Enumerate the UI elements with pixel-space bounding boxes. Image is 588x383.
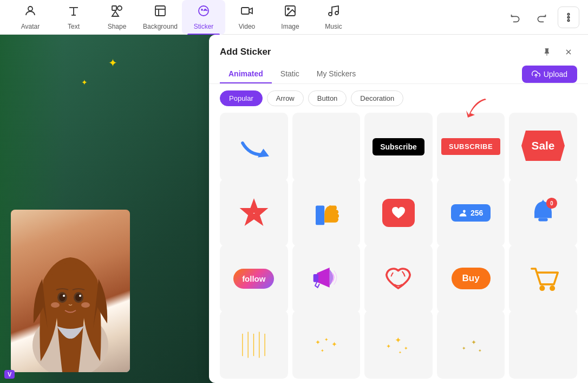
sticker-heart-notification[interactable] bbox=[364, 179, 433, 247]
sticker-sparkle-1[interactable] bbox=[220, 310, 288, 379]
avatar-placeholder bbox=[11, 210, 130, 372]
svg-text:0: 0 bbox=[550, 200, 553, 206]
svg-rect-4 bbox=[112, 6, 116, 10]
subscribe-red-text: SUBSCRIBE bbox=[441, 138, 500, 155]
heart-notif-icon bbox=[382, 199, 415, 227]
svg-point-27 bbox=[59, 294, 66, 301]
panel-header: Add Sticker bbox=[209, 35, 588, 61]
avatar-label: Avatar bbox=[21, 23, 40, 30]
tab-animated[interactable]: Animated bbox=[220, 65, 272, 83]
svg-point-12 bbox=[205, 9, 206, 10]
svg-point-5 bbox=[117, 6, 122, 10]
background-icon bbox=[154, 4, 167, 21]
pin-button[interactable] bbox=[538, 43, 556, 61]
svg-text:✦: ✦ bbox=[386, 343, 391, 349]
close-button[interactable] bbox=[560, 43, 577, 61]
text-icon bbox=[67, 4, 80, 21]
sticker-bell-notification[interactable]: 0 bbox=[509, 179, 577, 247]
svg-point-21 bbox=[567, 20, 569, 21]
svg-point-18 bbox=[335, 11, 338, 15]
svg-point-0 bbox=[28, 7, 32, 11]
background-label: Background bbox=[143, 23, 178, 30]
followers-count: 256 bbox=[471, 209, 483, 217]
sticker-buy[interactable]: Buy bbox=[437, 245, 505, 313]
sticker-badge-red[interactable]: - bbox=[220, 179, 288, 247]
toolbar-item-shape[interactable]: Shape bbox=[95, 0, 139, 35]
svg-text:✦: ✦ bbox=[395, 336, 402, 345]
buy-text: Buy bbox=[462, 273, 480, 283]
toolbar-item-avatar[interactable]: Avatar bbox=[9, 0, 52, 35]
svg-text:✦: ✦ bbox=[398, 350, 402, 354]
sticker-sparkle-3[interactable]: ✦ ✦ ✦ ✦ bbox=[364, 310, 433, 379]
tab-static[interactable]: Static bbox=[272, 65, 308, 83]
main-area: ✦ ✦ bbox=[0, 35, 588, 383]
video-icon bbox=[240, 4, 253, 21]
sticker-megaphone[interactable] bbox=[292, 245, 361, 313]
sticker-cart[interactable] bbox=[509, 245, 577, 313]
redo-button[interactable] bbox=[532, 8, 551, 27]
svg-rect-7 bbox=[155, 6, 165, 16]
sticker-subscribe-red[interactable]: SUBSCRIBE bbox=[437, 113, 505, 181]
music-icon bbox=[327, 4, 340, 21]
tabs-row: Animated Static My Stickers Upload bbox=[209, 61, 588, 84]
toolbar-item-text[interactable]: Text bbox=[52, 0, 95, 35]
svg-text:✦: ✦ bbox=[331, 340, 337, 348]
svg-point-11 bbox=[201, 9, 202, 10]
upload-button[interactable]: Upload bbox=[522, 66, 577, 83]
music-label: Music bbox=[325, 23, 342, 30]
tab-my-stickers[interactable]: My Stickers bbox=[308, 65, 364, 83]
undo-button[interactable] bbox=[506, 8, 525, 27]
sticker-label: Sticker bbox=[194, 23, 214, 30]
sticker-subscribe-black[interactable]: Subscribe bbox=[364, 113, 433, 181]
sticker-sparkle-4[interactable]: ✦ ✦ ✦ bbox=[437, 310, 505, 379]
toolbar-item-image[interactable]: Image bbox=[269, 0, 312, 35]
sticker-sparkle-2[interactable]: ✦ ✦ ✦ ✦ bbox=[292, 310, 361, 379]
svg-point-31 bbox=[51, 302, 60, 308]
svg-point-28 bbox=[75, 294, 82, 301]
sticker-empty-1[interactable] bbox=[292, 113, 361, 181]
toolbar-item-video[interactable]: Video bbox=[225, 0, 269, 35]
watermark: V bbox=[4, 370, 15, 379]
svg-text:✦: ✦ bbox=[324, 336, 329, 342]
filter-button[interactable]: Button bbox=[308, 90, 347, 106]
avatar-image bbox=[11, 210, 130, 372]
image-icon bbox=[284, 4, 297, 21]
more-options-button[interactable] bbox=[558, 7, 579, 28]
sticker-heart-sketch[interactable] bbox=[364, 245, 433, 313]
panel-actions bbox=[538, 43, 577, 61]
svg-point-46 bbox=[550, 285, 555, 291]
sticker-thumbsup[interactable] bbox=[292, 179, 361, 247]
sticker-follow[interactable]: follow bbox=[220, 245, 288, 313]
svg-text:✦: ✦ bbox=[471, 339, 476, 346]
svg-point-30 bbox=[79, 295, 81, 297]
filter-decoration[interactable]: Decoration bbox=[351, 90, 403, 106]
filter-row: Popular Arrow Button Decoration bbox=[209, 84, 588, 113]
upload-label: Upload bbox=[544, 70, 567, 79]
svg-text:Sale: Sale bbox=[532, 139, 555, 152]
svg-point-17 bbox=[329, 12, 332, 16]
image-label: Image bbox=[281, 23, 299, 30]
shape-label: Shape bbox=[108, 23, 127, 30]
sticker-arrow-blue[interactable] bbox=[220, 113, 288, 181]
sticker-icon bbox=[197, 4, 210, 21]
toolbar-item-music[interactable]: Music bbox=[312, 0, 355, 35]
text-label: Text bbox=[68, 23, 80, 30]
svg-text:✦: ✦ bbox=[478, 348, 482, 353]
sticker-sale[interactable]: Sale bbox=[509, 113, 577, 181]
sticker-followers[interactable]: 256 bbox=[437, 179, 505, 247]
svg-rect-40 bbox=[316, 206, 324, 225]
filter-popular[interactable]: Popular bbox=[220, 90, 263, 106]
toolbar-item-background[interactable]: Background bbox=[139, 0, 182, 35]
panel-title: Add Sticker bbox=[220, 47, 271, 57]
svg-text:-: - bbox=[253, 210, 254, 216]
video-label: Video bbox=[239, 23, 255, 30]
sticker-empty-last[interactable] bbox=[509, 310, 577, 379]
svg-rect-13 bbox=[241, 8, 249, 14]
svg-text:✦: ✦ bbox=[404, 346, 408, 351]
filter-arrow[interactable]: Arrow bbox=[267, 90, 304, 106]
toolbar-item-sticker[interactable]: Sticker bbox=[182, 0, 225, 35]
svg-point-19 bbox=[567, 16, 569, 18]
svg-text:✦: ✦ bbox=[321, 348, 324, 353]
followers-badge: 256 bbox=[451, 204, 491, 222]
toolbar: Avatar Text Shape Backg bbox=[0, 0, 588, 35]
